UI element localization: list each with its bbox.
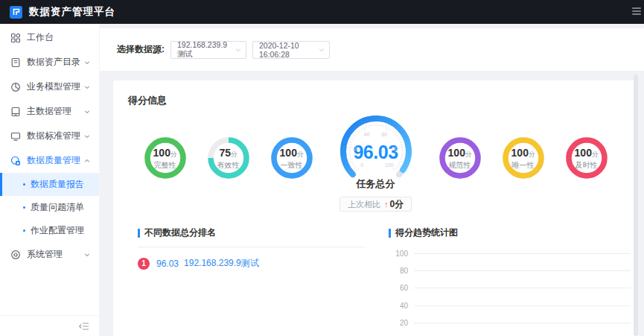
ranking-list-item[interactable]: 1 96.03 192.168.239.9测试 [138,257,365,270]
sidebar-subitem-label: 作业配置管理 [31,224,84,237]
filter-bar: 选择数据源: 192.168.239.9测试 2020-12-10 16:06:… [100,28,644,71]
master-data-icon [10,107,21,117]
gridline [414,323,631,323]
rank-datasource-link[interactable]: 192.168.239.9测试 [184,257,259,270]
sidebar-item-label: 工作台 [27,31,54,44]
card-title: 得分信息 [128,94,623,107]
sidebar-item-data-asset-catalog[interactable]: 数据资产目录 [0,50,99,75]
gauge-tick-label: 100 [385,162,394,168]
bullet-icon [23,183,25,186]
sidebar-item-system-management[interactable]: 系统管理 [0,242,99,267]
ring-normativity: 100分 规范性 [439,137,481,179]
datasource-select[interactable]: 192.168.239.9测试 [170,41,246,59]
hamburger-menu-icon[interactable] [632,6,643,18]
app-title: 数据资产管理平台 [29,5,115,19]
divider [138,247,365,247]
chevron-down-icon [84,109,90,115]
sidebar-item-label: 系统管理 [27,248,63,261]
catalog-file-icon [10,57,21,68]
gauge-tick-label: 40 [364,131,370,136]
compare-to-last-badge: 上次相比 ↑ 0分 [339,197,412,212]
total-score-gauge: 96.03 020406080100 任务总分 上次相比 ↑ 0分 [334,110,418,212]
ring-uniqueness: 100分 唯一性 [503,137,544,179]
ring-validity: 75分 有效性 [208,137,249,179]
trend-section-title: 得分趋势统计图 [395,226,458,239]
chevron-down-icon [84,252,90,258]
sidebar-item-data-quality[interactable]: 数据质量管理 [0,148,99,173]
gauge-tick-label: 20 [354,145,360,150]
sidebar-subitem-label: 数据质量报告 [31,178,84,191]
data-quality-icon [10,156,21,166]
section-accent-bar [389,229,391,238]
gauge-tick-label: 0 [360,162,363,168]
sidebar-item-label: 数据标准管理 [27,130,80,142]
gridline [414,270,631,271]
sidebar-subitem-label: 质量问题清单 [31,201,84,214]
chevron-down-icon [235,47,241,53]
arrow-up-icon: ↑ [384,200,389,209]
gridline [414,305,631,306]
ranking-section: 不同数据总分排名 1 96.03 192.168.239.9测试 [138,226,365,336]
gridline [414,288,631,288]
section-accent-bar [138,229,140,238]
datetime-select-value: 2020-12-10 16:06:28 [259,41,314,59]
sidebar-item-business-model[interactable]: 业务模型管理 [0,75,99,99]
y-axis-tick: 40 [389,302,408,310]
rank-score: 96.03 [156,259,179,269]
datetime-select[interactable]: 2020-12-10 16:06:28 [252,41,330,59]
sidebar-item-label: 数据质量管理 [27,154,80,167]
sidebar-item-data-standard[interactable]: 数据标准管理 [0,124,99,148]
sidebar-item-label: 数据资产目录 [27,56,80,69]
chevron-down-icon [84,133,90,139]
data-standard-icon [10,131,21,142]
chevron-down-icon [319,47,325,53]
ring-timeliness: 100分 及时性 [566,137,608,179]
sidebar-item-master-data[interactable]: 主数据管理 [0,99,99,124]
datasource-select-label: 选择数据源: [117,43,165,56]
gauge-tick-label: 80 [392,145,398,150]
gauge-row: 100分 完整性 75分 有效性 [128,110,623,212]
sidebar-item-workbench[interactable]: 工作台 [0,25,99,50]
top-navbar: 数据资产管理平台 [0,0,644,24]
trend-section: 得分趋势统计图 100 80 60 40 20 0 [389,226,631,336]
rank-badge: 1 [138,258,150,270]
gridline [414,253,631,254]
ranking-section-title: 不同数据总分排名 [144,226,216,239]
gauge-tick-label: 60 [381,131,387,136]
vertical-scrollbar[interactable] [634,75,638,336]
sidebar-subitem-job-config[interactable]: 作业配置管理 [0,219,99,242]
gear-icon [10,250,21,260]
sidebar-item-label: 主数据管理 [27,105,71,118]
bullet-icon [23,206,25,209]
ring-completeness: 100分 完整性 [144,137,186,179]
main-content: 选择数据源: 192.168.239.9测试 2020-12-10 16:06:… [100,24,644,336]
collapse-sidebar-icon[interactable] [79,322,89,331]
score-info-card: 得分信息 100分 完整性 75分 有效性 [113,80,638,336]
workbench-grid-icon [10,33,21,43]
y-axis-tick: 20 [389,319,408,327]
business-model-icon [10,82,21,92]
trend-chart: 100 80 60 40 20 0 [389,249,631,336]
sidebar-item-label: 业务模型管理 [27,80,80,93]
chevron-down-icon [84,84,90,90]
chevron-up-icon [84,158,90,164]
y-axis-tick: 100 [389,250,408,258]
bullet-icon [23,229,25,232]
sidebar-subitem-quality-report[interactable]: 数据质量报告 [0,173,99,196]
ring-consistency: 100分 一致性 [271,137,313,179]
y-axis-tick: 60 [389,284,408,292]
app-logo-icon [10,6,22,19]
gauge-value: 96.03 [335,142,417,163]
sidebar-footer [0,315,99,336]
sidebar-subitem-quality-issue-list[interactable]: 质量问题清单 [0,196,99,219]
sidebar: 工作台 数据资产目录 业务模型管理 主数据管理 [0,24,100,336]
datasource-select-value: 192.168.239.9测试 [177,40,231,60]
y-axis-tick: 80 [389,267,408,275]
gauge-dial: 96.03 020406080100 [335,110,417,192]
chevron-down-icon [84,60,90,66]
